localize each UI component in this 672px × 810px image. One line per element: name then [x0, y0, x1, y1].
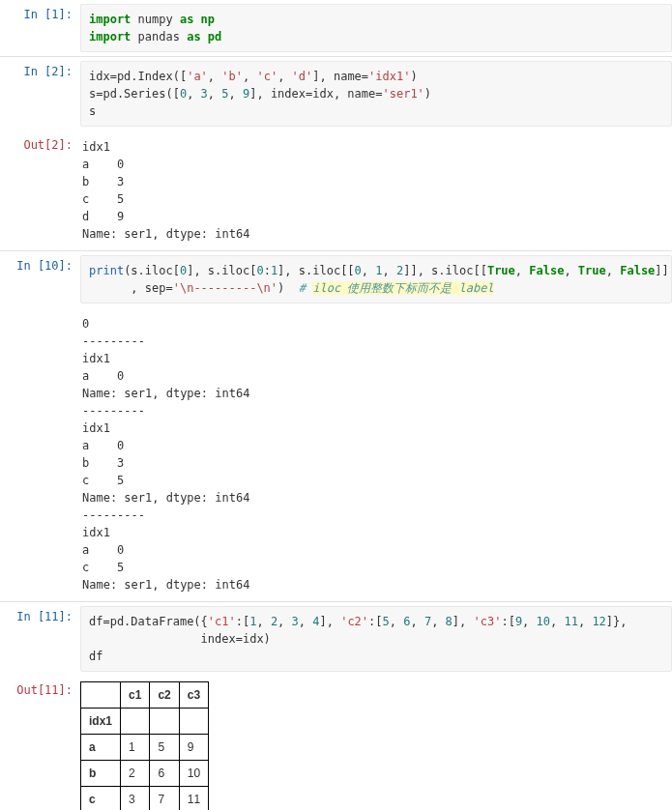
output-cell-2: Out[2]: idx1 a 0 b 3 c 5 d 9 Name: ser1,…: [0, 130, 672, 250]
dataframe-table: c1c2c3idx1a159b2610c3711d4812: [80, 681, 209, 810]
code-cell-2: In [2]: idx=pd.Index(['a', 'b', 'c', 'd'…: [0, 56, 672, 130]
output-text: 0 --------- idx1 a 0 Name: ser1, dtype: …: [80, 311, 672, 597]
code-input[interactable]: df=pd.DataFrame({'c1':[1, 2, 3, 4], 'c2'…: [80, 606, 672, 672]
cell-body: idx=pd.Index(['a', 'b', 'c', 'd'], name=…: [80, 61, 672, 127]
index-name-row: idx1: [81, 709, 209, 735]
table-cell: 9: [179, 735, 208, 761]
in-prompt: In [10]:: [0, 255, 80, 304]
column-header: c1: [121, 682, 150, 709]
table-row: b2610: [81, 761, 209, 787]
table-cell: 3: [121, 787, 150, 811]
out-prompt: Out[11]:: [0, 680, 80, 810]
cell-body: import numpy as np import pandas as pd: [80, 4, 672, 52]
row-index: b: [81, 761, 121, 787]
cell-body: print(s.iloc[0], s.iloc[0:1], s.iloc[[0,…: [80, 255, 672, 304]
code-input[interactable]: import numpy as np import pandas as pd: [80, 4, 672, 52]
code-cell-11: In [11]: df=pd.DataFrame({'c1':[1, 2, 3,…: [0, 601, 672, 676]
table-cell: 7: [150, 787, 179, 811]
row-index: a: [81, 735, 121, 761]
table-cell: 5: [150, 735, 179, 761]
in-prompt: In [2]:: [0, 61, 80, 127]
empty-cell: [150, 709, 179, 735]
output-text: idx1 a 0 b 3 c 5 d 9 Name: ser1, dtype: …: [80, 134, 672, 246]
row-index: c: [81, 787, 121, 811]
out-prompt-empty: [0, 311, 80, 597]
in-prompt: In [11]:: [0, 606, 80, 672]
out-prompt: Out[2]:: [0, 134, 80, 246]
empty-cell: [121, 709, 150, 735]
code-cell-10: In [10]: print(s.iloc[0], s.iloc[0:1], s…: [0, 250, 672, 307]
code-input[interactable]: idx=pd.Index(['a', 'b', 'c', 'd'], name=…: [80, 61, 672, 127]
code-cell-1: In [1]: import numpy as np import pandas…: [0, 0, 672, 56]
table-row: c3711: [81, 787, 209, 811]
table-row: a159: [81, 735, 209, 761]
cell-body: df=pd.DataFrame({'c1':[1, 2, 3, 4], 'c2'…: [80, 606, 672, 672]
table-cell: 6: [150, 761, 179, 787]
in-prompt: In [1]:: [0, 4, 80, 52]
cell-body: c1c2c3idx1a159b2610c3711d4812: [80, 680, 672, 810]
corner-cell: [81, 682, 121, 709]
empty-cell: [179, 709, 208, 735]
table-cell: 2: [121, 761, 150, 787]
table-cell: 1: [121, 735, 150, 761]
index-name: idx1: [81, 709, 121, 735]
column-header: c2: [150, 682, 179, 709]
cell-body: 0 --------- idx1 a 0 Name: ser1, dtype: …: [80, 311, 672, 597]
cell-body: idx1 a 0 b 3 c 5 d 9 Name: ser1, dtype: …: [80, 134, 672, 246]
table-cell: 11: [179, 787, 208, 811]
table-header-row: c1c2c3: [81, 682, 209, 709]
column-header: c3: [179, 682, 208, 709]
code-input[interactable]: print(s.iloc[0], s.iloc[0:1], s.iloc[[0,…: [80, 255, 672, 304]
table-cell: 10: [179, 761, 208, 787]
output-cell-11: Out[11]: c1c2c3idx1a159b2610c3711d4812: [0, 676, 672, 810]
output-cell-10: 0 --------- idx1 a 0 Name: ser1, dtype: …: [0, 307, 672, 601]
